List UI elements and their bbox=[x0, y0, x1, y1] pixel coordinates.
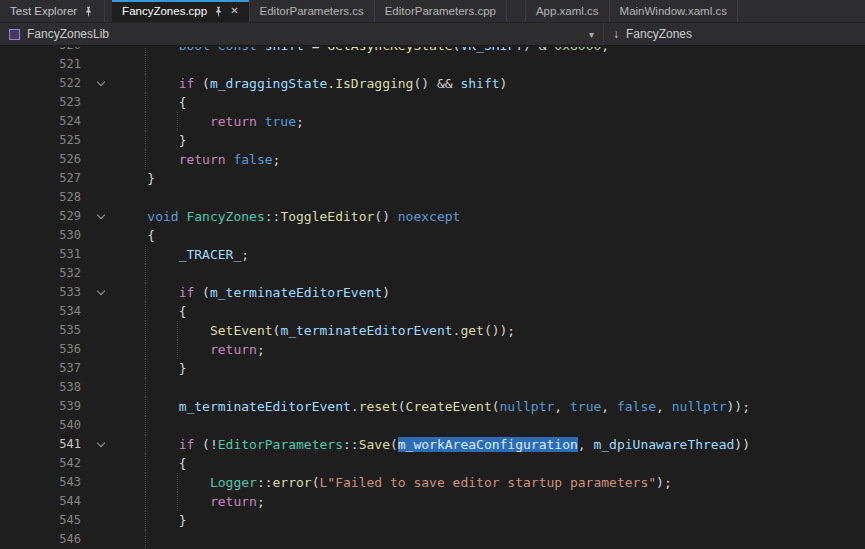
line-number[interactable]: 533 bbox=[0, 283, 88, 302]
line-number[interactable]: 525 bbox=[0, 131, 88, 150]
line-number[interactable]: 539 bbox=[0, 397, 88, 416]
line-number[interactable]: 546 bbox=[0, 530, 88, 549]
fold-margin bbox=[88, 93, 114, 112]
tab-app-xaml-cs[interactable]: App.xaml.cs bbox=[525, 0, 610, 22]
code-line[interactable]: 526 return false; bbox=[0, 150, 865, 169]
line-number[interactable]: 528 bbox=[0, 188, 88, 207]
tab-label: EditorParameters.cpp bbox=[385, 5, 496, 17]
tab-mainwindow-xaml-cs[interactable]: MainWindow.xaml.cs bbox=[610, 0, 738, 22]
tab-fancyzones-cpp[interactable]: FancyZones.cpp✕ bbox=[112, 0, 249, 22]
code-line[interactable]: 522 if (m_draggingState.IsDragging() && … bbox=[0, 74, 865, 93]
code-line[interactable]: 529 void FancyZones::ToggleEditor() noex… bbox=[0, 207, 865, 226]
line-number[interactable]: 532 bbox=[0, 264, 88, 283]
code-line[interactable]: 540 bbox=[0, 416, 865, 435]
tab-test-explorer[interactable]: Test Explorer bbox=[0, 0, 105, 22]
line-number[interactable]: 541 bbox=[0, 435, 88, 454]
token bbox=[257, 47, 265, 53]
line-number[interactable]: 536 bbox=[0, 340, 88, 359]
token: () bbox=[374, 209, 397, 224]
line-number[interactable]: 522 bbox=[0, 74, 88, 93]
line-number[interactable]: 543 bbox=[0, 473, 88, 492]
token: bool bbox=[179, 47, 210, 53]
line-number[interactable]: 540 bbox=[0, 416, 88, 435]
close-icon[interactable]: ✕ bbox=[230, 6, 238, 16]
code-line[interactable]: 525 } bbox=[0, 131, 865, 150]
token: if bbox=[179, 285, 195, 300]
fold-margin bbox=[88, 302, 114, 321]
tab-label: FancyZones.cpp bbox=[122, 5, 207, 17]
line-number[interactable]: 523 bbox=[0, 93, 88, 112]
line-number[interactable]: 544 bbox=[0, 492, 88, 511]
line-number[interactable]: 524 bbox=[0, 112, 88, 131]
token: const bbox=[218, 47, 257, 53]
token: ); bbox=[656, 475, 672, 490]
line-number[interactable]: 535 bbox=[0, 321, 88, 340]
token: () && bbox=[413, 76, 460, 91]
fold-chevron-icon[interactable] bbox=[97, 439, 105, 447]
code-text: } bbox=[114, 511, 865, 530]
chevron-down-icon[interactable]: ▾ bbox=[589, 29, 594, 40]
line-number[interactable]: 529 bbox=[0, 207, 88, 226]
token: noexcept bbox=[398, 209, 461, 224]
code-line[interactable]: 527 } bbox=[0, 169, 865, 188]
code-line[interactable]: 537 } bbox=[0, 359, 865, 378]
code-line[interactable]: 532 bbox=[0, 264, 865, 283]
fold-chevron-icon[interactable] bbox=[97, 211, 105, 219]
fold-margin[interactable] bbox=[88, 74, 114, 93]
tokens: { bbox=[116, 456, 186, 471]
code-line[interactable]: 535 SetEvent(m_terminateEditorEvent.get(… bbox=[0, 321, 865, 340]
tokens: } bbox=[116, 171, 155, 186]
fold-chevron-icon[interactable] bbox=[97, 287, 105, 295]
fold-margin[interactable] bbox=[88, 435, 114, 454]
code-line[interactable]: 534 { bbox=[0, 302, 865, 321]
tab-label: Test Explorer bbox=[10, 5, 77, 17]
code-line[interactable]: 520 bool const shift = GetAsyncKeyState(… bbox=[0, 47, 865, 55]
code-line[interactable]: 533 if (m_terminateEditorEvent) bbox=[0, 283, 865, 302]
line-number[interactable]: 531 bbox=[0, 245, 88, 264]
token: { bbox=[147, 228, 155, 243]
token: ; bbox=[296, 114, 304, 129]
line-number[interactable]: 521 bbox=[0, 55, 88, 74]
pin-icon[interactable] bbox=[83, 6, 94, 17]
tab-editorparameters-cs[interactable]: EditorParameters.cs bbox=[250, 0, 375, 22]
code-line[interactable]: 541 if (!EditorParameters::Save(m_workAr… bbox=[0, 435, 865, 454]
pin-icon[interactable] bbox=[213, 6, 224, 17]
code-line[interactable]: 546 bbox=[0, 530, 865, 549]
fold-chevron-icon[interactable] bbox=[97, 78, 105, 86]
project-dropdown[interactable]: FancyZonesLib ▾ bbox=[0, 23, 604, 45]
fold-margin[interactable] bbox=[88, 283, 114, 302]
code-editor[interactable]: 520 bool const shift = GetAsyncKeyState(… bbox=[0, 47, 865, 549]
code-line[interactable]: 542 { bbox=[0, 454, 865, 473]
code-text: { bbox=[114, 226, 865, 245]
line-number[interactable]: 537 bbox=[0, 359, 88, 378]
line-number[interactable]: 520 bbox=[0, 47, 88, 55]
token: return bbox=[210, 114, 257, 129]
code-line[interactable]: 544 return; bbox=[0, 492, 865, 511]
code-line[interactable]: 538 bbox=[0, 378, 865, 397]
code-line[interactable]: 536 return; bbox=[0, 340, 865, 359]
fold-margin[interactable] bbox=[88, 207, 114, 226]
token: return bbox=[210, 342, 257, 357]
code-line[interactable]: 543 Logger::error(L"Failed to save edito… bbox=[0, 473, 865, 492]
token bbox=[210, 47, 218, 53]
code-line[interactable]: 545 } bbox=[0, 511, 865, 530]
code-line[interactable]: 523 { bbox=[0, 93, 865, 112]
line-number[interactable]: 538 bbox=[0, 378, 88, 397]
line-number[interactable]: 545 bbox=[0, 511, 88, 530]
tab-editorparameters-cpp[interactable]: EditorParameters.cpp bbox=[375, 0, 507, 22]
code-line[interactable]: 539 m_terminateEditorEvent.reset(CreateE… bbox=[0, 397, 865, 416]
line-number[interactable]: 530 bbox=[0, 226, 88, 245]
line-number[interactable]: 534 bbox=[0, 302, 88, 321]
code-line[interactable]: 524 return true; bbox=[0, 112, 865, 131]
line-number[interactable]: 526 bbox=[0, 150, 88, 169]
code-text: { bbox=[114, 302, 865, 321]
code-line[interactable]: 531 _TRACER_; bbox=[0, 245, 865, 264]
line-number[interactable]: 542 bbox=[0, 454, 88, 473]
code-line[interactable]: 528 bbox=[0, 188, 865, 207]
member-dropdown[interactable]: ↓ FancyZones bbox=[604, 23, 701, 45]
code-line[interactable]: 530 { bbox=[0, 226, 865, 245]
token: ) & bbox=[523, 47, 554, 53]
code-line[interactable]: 521 bbox=[0, 55, 865, 74]
line-number[interactable]: 527 bbox=[0, 169, 88, 188]
tokens: { bbox=[116, 95, 186, 110]
